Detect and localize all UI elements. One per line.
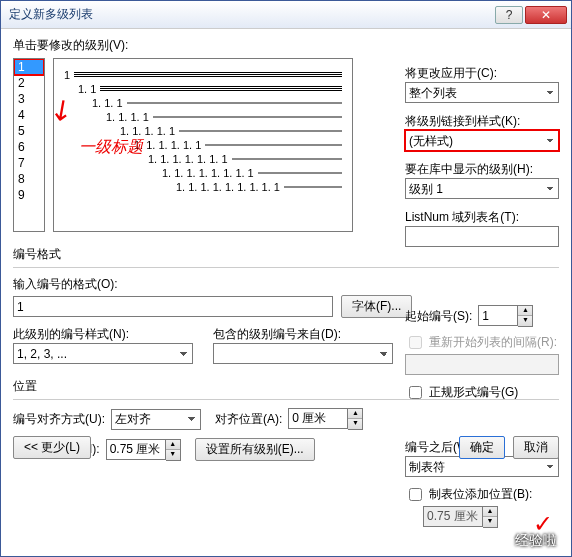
legal-format-checkbox[interactable] (409, 386, 422, 399)
level-style-select[interactable]: 1, 2, 3, ... (13, 343, 193, 364)
preview-number: 1. 1. 1. 1. 1. 1 (134, 139, 201, 151)
link-style-label: 将级别链接到样式(K): (405, 113, 559, 130)
tab-stop-label: 制表位添加位置(B): (429, 486, 532, 503)
preview-bar (258, 172, 342, 174)
restart-after-label: 重新开始列表的间隔(R): (429, 334, 557, 351)
tab-stop-spinner: ▲▼ (423, 506, 498, 528)
ok-button[interactable]: 确定 (459, 436, 505, 459)
preview-number: 1. 1. 1. 1. 1. 1. 1. 1 (162, 167, 254, 179)
preview-number: 1 (64, 69, 70, 81)
start-at-input[interactable] (478, 305, 518, 326)
gallery-level-select[interactable]: 级别 1 (405, 178, 559, 199)
legal-format-label: 正规形式编号(G) (429, 384, 518, 401)
level-item-7[interactable]: 7 (14, 155, 44, 171)
apply-to-label: 将更改应用于(C): (405, 65, 559, 82)
titlebar: 定义新多级列表 ? ✕ (1, 1, 571, 29)
enter-format-input[interactable] (13, 296, 333, 317)
spin-down-icon[interactable]: ▼ (518, 316, 532, 326)
apply-to-select[interactable]: 整个列表 (405, 82, 559, 103)
level-item-5[interactable]: 5 (14, 123, 44, 139)
level-item-6[interactable]: 6 (14, 139, 44, 155)
preview-number: 1. 1. 1. 1 (106, 111, 149, 123)
level-item-3[interactable]: 3 (14, 91, 44, 107)
preview-bar (205, 144, 342, 146)
level-item-4[interactable]: 4 (14, 107, 44, 123)
spin-down-icon[interactable]: ▼ (348, 419, 362, 429)
include-from-select[interactable] (213, 343, 393, 364)
enter-format-label: 输入编号的格式(O): (13, 276, 559, 293)
dialog-title: 定义新多级列表 (9, 6, 493, 23)
align-label: 编号对齐方式(U): (13, 411, 105, 428)
include-from-label: 包含的级别编号来自(D): (213, 326, 393, 343)
preview-bar (179, 130, 342, 132)
preview-bar (127, 102, 342, 104)
start-at-spinner[interactable]: ▲▼ (478, 305, 533, 327)
spin-down-icon: ▼ (483, 517, 497, 527)
level-item-8[interactable]: 8 (14, 171, 44, 187)
level-style-label: 此级别的编号样式(N): (13, 326, 193, 343)
cancel-button[interactable]: 取消 (513, 436, 559, 459)
preview-number: 1. 1 (78, 83, 96, 95)
level-item-1[interactable]: 1 (14, 59, 44, 75)
dialog-content: 单击要修改的级别(V): 1 2 3 4 5 6 7 8 9 11. 11. 1… (1, 29, 571, 469)
watermark-text: 经验啦 (515, 532, 557, 550)
align-at-spinner[interactable]: ▲▼ (288, 408, 363, 430)
level-listbox[interactable]: 1 2 3 4 5 6 7 8 9 (13, 58, 45, 232)
spin-up-icon[interactable]: ▲ (518, 306, 532, 316)
link-style-select[interactable]: (无样式) (405, 130, 559, 151)
tab-stop-input (423, 506, 483, 527)
level-item-9[interactable]: 9 (14, 187, 44, 203)
align-at-input[interactable] (288, 408, 348, 429)
listnum-input[interactable] (405, 226, 559, 247)
spin-up-icon: ▲ (483, 507, 497, 517)
preview-number: 1. 1. 1. 1. 1 (120, 125, 175, 137)
dialog-window: 定义新多级列表 ? ✕ 单击要修改的级别(V): 1 2 3 4 5 6 7 8… (0, 0, 572, 557)
preview-bar (153, 116, 342, 118)
level-item-2[interactable]: 2 (14, 75, 44, 91)
less-button[interactable]: << 更少(L) (13, 436, 91, 459)
align-select[interactable]: 左对齐 (111, 409, 201, 430)
preview-number: 1. 1. 1 (92, 97, 123, 109)
preview-bar (232, 158, 343, 160)
tab-stop-checkbox[interactable] (409, 488, 422, 501)
follow-by-select[interactable]: 制表符 (405, 456, 559, 477)
font-button[interactable]: 字体(F)... (341, 295, 412, 318)
restart-after-checkbox (409, 336, 422, 349)
align-at-label: 对齐位置(A): (215, 411, 282, 428)
restart-after-select (405, 354, 559, 375)
right-column: 将更改应用于(C): 整个列表 将级别链接到样式(K): (无样式) 要在库中显… (405, 65, 559, 257)
preview-box: 11. 11. 1. 11. 1. 1. 11. 1. 1. 1. 11. 1.… (53, 58, 353, 232)
listnum-label: ListNum 域列表名(T): (405, 209, 559, 226)
preview-bar (100, 86, 342, 92)
preview-bar (284, 186, 342, 188)
help-button[interactable]: ? (495, 6, 523, 24)
spin-up-icon[interactable]: ▲ (348, 409, 362, 419)
level-list-label: 单击要修改的级别(V): (13, 37, 559, 54)
preview-number: 1. 1. 1. 1. 1. 1. 1 (148, 153, 228, 165)
close-button[interactable]: ✕ (525, 6, 567, 24)
start-at-label: 起始编号(S): (405, 308, 472, 325)
preview-bar (74, 72, 342, 78)
gallery-level-label: 要在库中显示的级别(H): (405, 161, 559, 178)
preview-number: 1. 1. 1. 1. 1. 1. 1. 1. 1 (176, 181, 280, 193)
